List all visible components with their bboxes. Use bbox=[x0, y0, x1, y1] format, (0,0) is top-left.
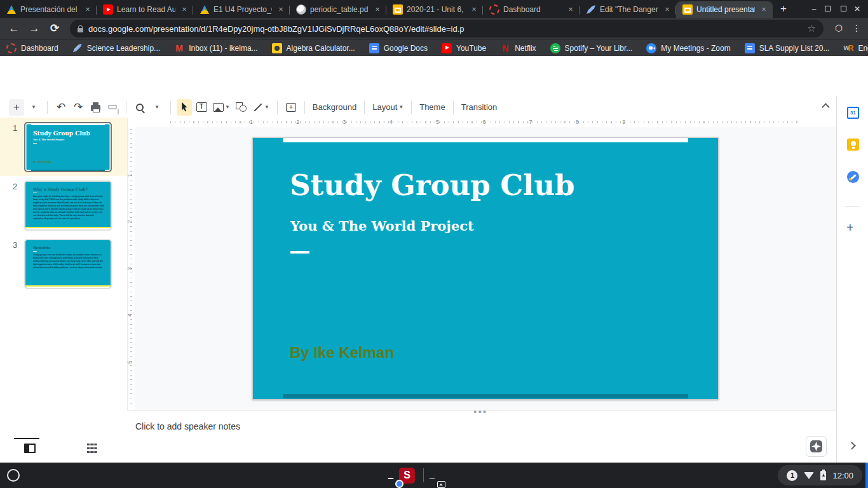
browser-menu-icon[interactable]: ⋮ bbox=[850, 20, 863, 37]
forward-button[interactable]: → bbox=[25, 20, 43, 37]
workspace: 1 Study Group Club You & The World Proje… bbox=[0, 118, 868, 410]
grid-view-icon[interactable] bbox=[87, 444, 97, 453]
undo-button[interactable]: ↶ bbox=[53, 99, 69, 116]
get-addons-button[interactable]: + bbox=[846, 220, 854, 235]
browser-tab[interactable]: Presentación del D × bbox=[0, 1, 97, 18]
tab-close-icon[interactable]: × bbox=[83, 4, 93, 15]
browser-tab[interactable]: Edit "The Dangers × bbox=[580, 1, 676, 18]
back-button[interactable]: ← bbox=[5, 20, 23, 37]
extensions-icon[interactable]: ⬡ bbox=[830, 20, 848, 37]
explore-button[interactable] bbox=[806, 436, 827, 457]
ruler-number: 6 bbox=[483, 119, 486, 125]
insert-image-button[interactable]: ▼ bbox=[211, 99, 232, 116]
tab-close-icon[interactable]: × bbox=[662, 4, 672, 15]
browser-tab[interactable]: E1 U4 Proyecto_C × bbox=[193, 1, 290, 18]
slide-dash-accent bbox=[290, 251, 309, 254]
slide-accent-topbar bbox=[283, 138, 688, 142]
bookmark-item[interactable]: YouTube bbox=[442, 43, 486, 53]
select-tool-button[interactable] bbox=[177, 99, 192, 116]
thumbnail-title: Benefits bbox=[33, 245, 51, 250]
wr-icon bbox=[843, 43, 853, 53]
zoomapp-icon bbox=[646, 43, 656, 53]
bookmark-item[interactable]: SLA Supply List 20... bbox=[745, 43, 830, 53]
slide-subtitle-text[interactable]: You & The World Project bbox=[290, 218, 474, 234]
new-tab-button[interactable]: + bbox=[775, 1, 792, 18]
layout-button[interactable]: Layout▼ bbox=[370, 99, 405, 116]
new-slide-button[interactable]: + bbox=[9, 99, 24, 116]
slide-thumbnail[interactable]: Why a Study Group Club? Now you might be… bbox=[24, 180, 112, 231]
insert-comment-button[interactable] bbox=[283, 99, 299, 116]
chromeos-shelf: S 1 12:00 bbox=[0, 463, 868, 488]
wifi-icon bbox=[804, 472, 814, 479]
redo-button[interactable]: ↷ bbox=[71, 99, 86, 116]
insert-line-button[interactable]: ▼ bbox=[251, 99, 271, 116]
youtube-icon bbox=[442, 43, 452, 53]
restore-button[interactable] bbox=[825, 4, 846, 13]
background-button[interactable]: Background bbox=[311, 99, 358, 116]
minimize-button[interactable]: – bbox=[803, 4, 825, 13]
reload-button[interactable]: ⟳ bbox=[46, 20, 64, 37]
bookmark-star-icon[interactable]: ☆ bbox=[808, 23, 816, 34]
tab-close-icon[interactable]: × bbox=[759, 4, 769, 15]
tab-close-icon[interactable]: × bbox=[372, 4, 383, 15]
tab-close-icon[interactable]: × bbox=[276, 4, 286, 15]
paint-format-button[interactable] bbox=[105, 99, 120, 116]
launcher-button[interactable] bbox=[7, 469, 20, 482]
ruler-number: 1 bbox=[250, 119, 253, 125]
filmstrip-view-icon[interactable] bbox=[24, 444, 36, 453]
bookmark-item[interactable]: Netflix bbox=[500, 43, 536, 53]
clock: 12:00 bbox=[832, 471, 853, 480]
slide-title-text[interactable]: Study Group Club bbox=[290, 168, 574, 202]
slide-number: 2 bbox=[13, 182, 17, 191]
slide-byline-text[interactable]: By Ike Kelman bbox=[290, 344, 394, 362]
browser-tab[interactable]: 2020-21 - Unit 6, D × bbox=[386, 1, 483, 18]
print-button[interactable] bbox=[88, 99, 103, 116]
bookmark-item[interactable]: Spotify – Your Libr... bbox=[550, 43, 633, 53]
bookmark-item[interactable]: My Meetings - Zoom bbox=[646, 43, 730, 53]
address-bar[interactable]: docs.google.com/presentation/d/1R4eDpy20… bbox=[70, 20, 824, 37]
thumbnail-byline: By Ike Kelman bbox=[33, 160, 51, 163]
slide-thumbnail-row[interactable]: 1 Study Group Club You & The World Proje… bbox=[0, 118, 127, 176]
browser-tab[interactable]: periodic_table.pdf × bbox=[290, 1, 386, 18]
tab-close-icon[interactable]: × bbox=[566, 4, 576, 15]
transition-button[interactable]: Transition bbox=[459, 99, 499, 116]
zoom-button[interactable] bbox=[132, 99, 147, 116]
browser-tab[interactable]: Dashboard × bbox=[483, 1, 580, 18]
docs-icon bbox=[369, 43, 379, 53]
calendar-icon[interactable] bbox=[847, 107, 859, 119]
text-box-button[interactable] bbox=[194, 99, 209, 116]
slide-thumbnail[interactable]: Benefits Study groups are one of the bes… bbox=[24, 239, 112, 289]
bookmark-item[interactable]: Dashboard bbox=[6, 43, 58, 53]
slide-thumbnail-row[interactable]: 3 Benefits Study groups are one of the b… bbox=[0, 234, 127, 293]
browser-tab[interactable]: Learn to Read Aure × bbox=[97, 1, 193, 18]
zoom-dropdown-icon[interactable]: ▼ bbox=[149, 99, 165, 116]
insert-shape-button[interactable] bbox=[234, 99, 249, 116]
url-text: docs.google.com/presentation/d/1R4eDpy20… bbox=[88, 24, 803, 34]
bookmark-item[interactable]: Google Docs bbox=[369, 43, 428, 53]
bookmark-item[interactable]: Inbox (11) - ikelma... bbox=[174, 43, 257, 53]
hide-panel-icon[interactable] bbox=[848, 442, 856, 450]
keep-icon[interactable] bbox=[847, 139, 859, 151]
status-tray[interactable]: 1 12:00 bbox=[778, 465, 862, 485]
browser-tab[interactable]: Untitled presentati × bbox=[676, 1, 773, 18]
dashboard-icon bbox=[6, 43, 17, 53]
slide-thumbnail-row[interactable]: 2 Why a Study Group Club? Now you might … bbox=[0, 176, 127, 234]
theme-button[interactable]: Theme bbox=[417, 99, 447, 116]
tasks-icon[interactable] bbox=[847, 171, 859, 183]
bookmark-item[interactable]: English to French, It... bbox=[843, 43, 868, 53]
close-window-button[interactable]: ✕ bbox=[846, 4, 868, 13]
current-slide[interactable]: Study Group Club You & The World Project… bbox=[252, 137, 719, 400]
speaker-notes-input[interactable]: Click to add speaker notes bbox=[135, 421, 240, 431]
new-slide-dropdown-icon[interactable]: ▼ bbox=[26, 99, 41, 116]
slide-canvas[interactable]: 123456789 Study Group Club You & The Wor… bbox=[135, 118, 836, 410]
docs-icon bbox=[745, 43, 755, 53]
thumbnail-subtitle: You & The World Project bbox=[33, 139, 64, 141]
notes-resize-handle[interactable]: ●●● bbox=[473, 409, 487, 415]
slide-thumbnail[interactable]: Study Group Club You & The World Project… bbox=[24, 122, 112, 172]
dashboard-icon bbox=[489, 4, 499, 15]
tab-close-icon[interactable]: × bbox=[469, 4, 479, 15]
bookmark-item[interactable]: Science Leadership... bbox=[72, 43, 160, 53]
bookmark-item[interactable]: Algebra Calculator... bbox=[272, 43, 355, 53]
tab-close-icon[interactable]: × bbox=[179, 4, 189, 15]
secure-lock-icon[interactable] bbox=[78, 28, 83, 32]
